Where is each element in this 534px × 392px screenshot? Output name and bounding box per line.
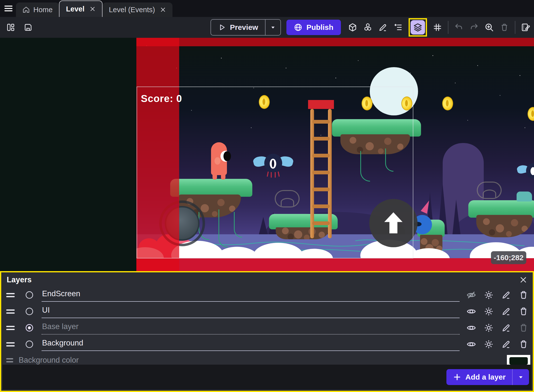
layer-select-radio[interactable] — [26, 341, 33, 348]
bat-enemy-sprite[interactable] — [517, 162, 534, 185]
lava-strip-bottom[interactable] — [136, 258, 534, 271]
instances-options-icon[interactable] — [393, 23, 403, 32]
coin-sprite[interactable] — [528, 107, 534, 121]
layer-visibility-icon[interactable] — [466, 306, 477, 317]
layer-edit-icon[interactable] — [500, 322, 512, 334]
background-color-label: Background color — [19, 356, 79, 365]
layer-name-field[interactable]: Background — [42, 338, 460, 351]
publish-button-label: Publish — [306, 23, 333, 32]
layer-edit-icon[interactable] — [500, 289, 512, 301]
tab-level-events-label: Level (Events) — [109, 6, 155, 14]
tab-level[interactable]: Level — [59, 0, 102, 17]
preview-dropdown-button[interactable] — [266, 24, 280, 31]
editor-toolbar: Preview Publish — [0, 17, 534, 38]
undo-icon[interactable] — [454, 23, 464, 32]
delete-icon[interactable] — [500, 23, 509, 32]
layer-delete-icon[interactable] — [518, 306, 529, 317]
teal-rocks — [517, 192, 532, 201]
layer-drag-handle[interactable] — [6, 342, 15, 346]
plus-icon — [453, 373, 461, 381]
layer-select-radio[interactable] — [26, 308, 33, 315]
layers-panel-highlight-box — [409, 18, 427, 37]
layer-visibility-icon[interactable] — [466, 339, 477, 350]
tab-bar: Home Level Level (Events) — [0, 0, 534, 17]
preview-button[interactable]: Preview — [211, 19, 281, 36]
layers-panel-header: Layers — [1, 272, 533, 287]
layer-delete-icon[interactable] — [518, 339, 529, 350]
toolbar-divider — [515, 21, 515, 34]
tab-level-events[interactable]: Level (Events) — [103, 2, 172, 17]
layer-name-field[interactable]: UI — [42, 305, 460, 318]
scene-canvas[interactable]: Score: 0 -160;282 — [0, 38, 534, 271]
cursor-coordinates-badge: -160;282 — [491, 251, 526, 264]
add-layer-button[interactable]: Add a layer — [446, 369, 529, 385]
preview-button-label: Preview — [230, 23, 258, 32]
out-of-bounds-overlay-top — [136, 38, 534, 46]
redo-icon[interactable] — [469, 23, 479, 32]
layer-edit-icon[interactable] — [500, 306, 512, 317]
game-scene[interactable]: Score: 0 -160;282 — [136, 38, 534, 271]
save-icon[interactable] — [23, 23, 33, 32]
tab-level-close-icon[interactable] — [90, 6, 96, 12]
add-layer-dropdown-button[interactable] — [513, 373, 529, 381]
toolbar-divider — [448, 21, 448, 34]
edit-scene-events-icon[interactable] — [521, 23, 531, 32]
tab-home-label: Home — [33, 6, 53, 14]
coin-sprite[interactable] — [442, 97, 453, 110]
layer-visibility-icon[interactable] — [466, 322, 477, 334]
globe-icon — [294, 23, 302, 32]
score-label: Score: 0 — [141, 93, 182, 104]
layer-drag-handle[interactable] — [6, 326, 15, 330]
tab-home[interactable]: Home — [16, 2, 59, 17]
layer-name-field[interactable]: Base layer — [42, 321, 460, 335]
layer-row-endscreen: EndScreen — [1, 287, 533, 303]
grid-icon[interactable] — [433, 23, 442, 32]
zoom-in-icon[interactable] — [484, 23, 494, 32]
layers-panel-icon[interactable] — [411, 20, 425, 35]
layers-panel-footer: Add a layer — [2, 365, 532, 390]
layer-drag-handle[interactable] — [6, 293, 15, 297]
editor-void-area — [0, 38, 136, 271]
layers-panel-title: Layers — [7, 275, 32, 284]
toggle-panels-icon[interactable] — [6, 23, 15, 32]
layer-select-radio-selected[interactable] — [26, 324, 33, 332]
objects-panel-icon[interactable] — [348, 23, 357, 32]
layers-panel: Layers EndScreen — [0, 271, 534, 392]
tab-level-label: Level — [66, 5, 84, 13]
layer-lighting-icon[interactable] — [483, 289, 494, 301]
layer-lighting-icon[interactable] — [483, 322, 494, 334]
eye-decoration[interactable] — [477, 182, 502, 199]
home-icon — [22, 6, 30, 13]
layer-select-radio[interactable] — [26, 291, 33, 299]
hamburger-menu-button[interactable] — [3, 3, 14, 13]
publish-button[interactable]: Publish — [286, 20, 341, 35]
layer-lighting-icon[interactable] — [483, 339, 494, 350]
instances-list-icon[interactable] — [363, 23, 373, 32]
background-color-drag-handle — [6, 358, 13, 362]
app-window: Home Level Level (Events) — [0, 0, 534, 392]
layer-row-background: Background — [1, 336, 533, 352]
layer-edit-icon[interactable] — [500, 339, 512, 350]
layer-name-field[interactable]: EndScreen — [42, 288, 460, 302]
layer-visibility-off-icon[interactable] — [466, 289, 477, 301]
tab-level-events-close-icon[interactable] — [160, 7, 166, 13]
layer-drag-handle[interactable] — [6, 309, 15, 314]
add-layer-button-label: Add a layer — [465, 373, 506, 381]
camera-frame-outline — [137, 87, 413, 258]
layer-row-ui: UI — [1, 303, 533, 320]
layers-panel-close-icon[interactable] — [519, 276, 527, 284]
properties-pencil-icon[interactable] — [378, 23, 388, 32]
layer-lighting-icon[interactable] — [483, 306, 494, 317]
play-icon — [218, 23, 226, 31]
layer-delete-icon[interactable] — [518, 289, 529, 301]
layer-row-base-layer: Base layer — [1, 320, 533, 336]
layer-delete-icon-disabled — [518, 322, 529, 334]
